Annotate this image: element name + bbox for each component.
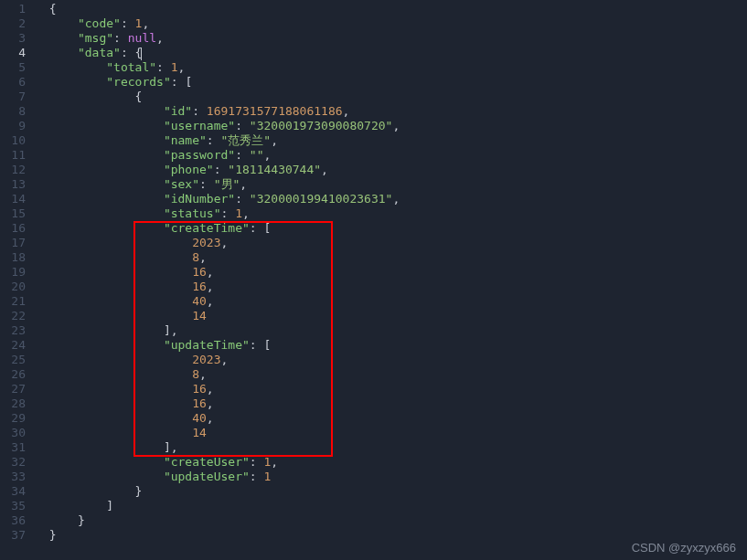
code-line: "phone": "18114430744",	[35, 163, 747, 177]
line-number: 2	[5, 16, 26, 31]
code-line: 14	[35, 309, 747, 323]
code-line: 16,	[35, 396, 747, 411]
line-number: 13	[5, 177, 26, 192]
code-line: 8,	[35, 250, 747, 265]
line-number: 17	[5, 236, 26, 250]
code-line: }	[35, 484, 747, 499]
code-line: "idNumber": "320000199410023631",	[35, 192, 747, 206]
line-number: 19	[5, 265, 26, 280]
line-number: 27	[5, 382, 26, 396]
code-line: "code": 1,	[35, 16, 747, 31]
code-line: ],	[35, 323, 747, 338]
line-number: 1	[5, 2, 26, 16]
code-line: "msg": null,	[35, 31, 747, 46]
code-line: "status": 1,	[35, 206, 747, 221]
line-number: 23	[5, 323, 26, 338]
watermark-text: CSDN @zyxzyx666	[632, 541, 736, 555]
code-line: "total": 1,	[35, 60, 747, 75]
code-line: {	[35, 2, 747, 16]
code-line: 8,	[35, 367, 747, 382]
line-number: 9	[5, 119, 26, 133]
line-number: 5	[5, 60, 26, 75]
line-number: 37	[5, 528, 26, 543]
code-line: "records": [	[35, 75, 747, 90]
code-line: 16,	[35, 280, 747, 294]
line-number: 16	[5, 221, 26, 236]
line-number: 8	[5, 104, 26, 119]
line-number: 22	[5, 309, 26, 323]
line-number: 6	[5, 75, 26, 90]
code-line: 16,	[35, 382, 747, 396]
line-number: 3	[5, 31, 26, 46]
code-line: 2023,	[35, 236, 747, 250]
line-number-active: 4	[5, 46, 26, 60]
line-number: 35	[5, 499, 26, 513]
line-number: 30	[5, 426, 26, 440]
line-number: 15	[5, 206, 26, 221]
code-line: "updateUser": 1	[35, 470, 747, 484]
code-editor[interactable]: 1 2 3 4 5 6 7 8 9 10 11 12 13 14 15 16 1…	[0, 0, 747, 560]
code-line: {	[35, 90, 747, 104]
line-number: 10	[5, 133, 26, 148]
code-line: 2023,	[35, 353, 747, 367]
line-number: 7	[5, 90, 26, 104]
code-line: "password": "",	[35, 148, 747, 163]
line-number: 31	[5, 440, 26, 455]
code-line: "name": "范秀兰",	[35, 133, 747, 148]
code-line: "sex": "男",	[35, 177, 747, 192]
line-number: 26	[5, 367, 26, 382]
code-line: 14	[35, 426, 747, 440]
line-number: 18	[5, 250, 26, 265]
line-number: 34	[5, 484, 26, 499]
code-line: ],	[35, 440, 747, 455]
code-line: 40,	[35, 411, 747, 426]
code-line: "data": {	[35, 46, 747, 60]
cursor-icon	[141, 48, 142, 60]
line-number: 33	[5, 470, 26, 484]
code-line: "id": 1691731577188061186,	[35, 104, 747, 119]
code-line: "createTime": [	[35, 221, 747, 236]
line-number: 14	[5, 192, 26, 206]
line-number: 29	[5, 411, 26, 426]
code-line: 16,	[35, 265, 747, 280]
code-line: 40,	[35, 294, 747, 309]
line-number: 11	[5, 148, 26, 163]
line-number: 24	[5, 338, 26, 353]
line-number: 32	[5, 455, 26, 470]
line-number: 21	[5, 294, 26, 309]
code-line: ]	[35, 499, 747, 513]
code-content[interactable]: { "code": 1, "msg": null, "data": { "tot…	[35, 0, 747, 560]
line-gutter: 1 2 3 4 5 6 7 8 9 10 11 12 13 14 15 16 1…	[0, 0, 35, 560]
line-number: 36	[5, 513, 26, 528]
code-line: }	[35, 513, 747, 528]
line-number: 12	[5, 163, 26, 177]
code-line: "createUser": 1,	[35, 455, 747, 470]
line-number: 20	[5, 280, 26, 294]
code-line: "updateTime": [	[35, 338, 747, 353]
code-line: "username": "320001973090080720",	[35, 119, 747, 133]
line-number: 28	[5, 396, 26, 411]
line-number: 25	[5, 353, 26, 367]
